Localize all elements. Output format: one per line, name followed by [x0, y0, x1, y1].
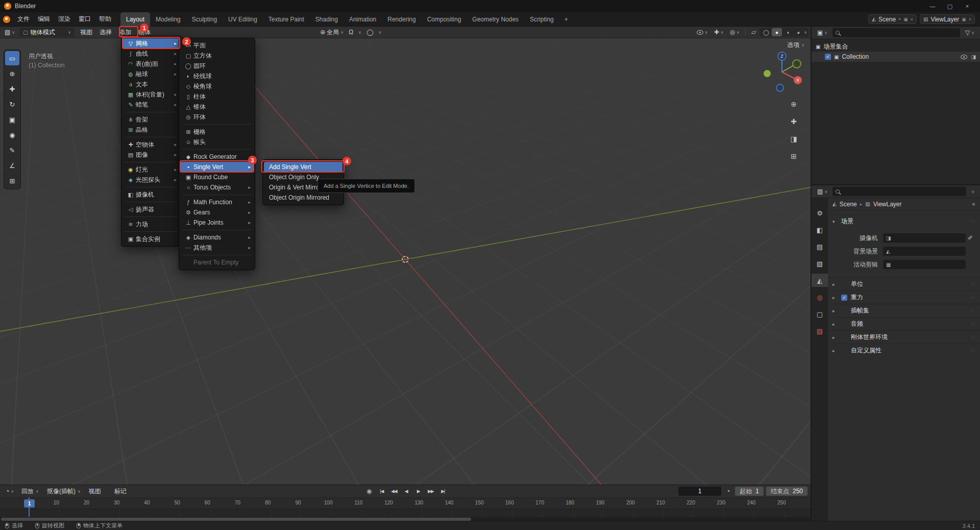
- playback-button[interactable]: ◀◀: [388, 487, 400, 496]
- workspace-tab[interactable]: Shading: [310, 12, 344, 27]
- snap-toggle[interactable]: Ω: [346, 28, 356, 37]
- properties-section-header[interactable]: ▸ ✓ 单位 ∷: [828, 277, 980, 291]
- minimize-button[interactable]: —: [924, 0, 941, 12]
- outliner-filter-button[interactable]: ▽∨: [963, 28, 977, 37]
- scene-selector[interactable]: ◭ Scene ⌖ ▣ ×: [868, 14, 917, 24]
- annotate-tool[interactable]: ✎: [5, 143, 19, 157]
- collection-exclude-checkbox[interactable]: ✓: [825, 54, 831, 60]
- proportional-settings-dropdown[interactable]: ∨: [376, 28, 384, 37]
- menu-item[interactable]: ▤ 图像 ▸: [122, 150, 180, 160]
- unlink-scene-icon[interactable]: ×: [911, 17, 913, 22]
- texture-tab[interactable]: ▨: [812, 324, 828, 338]
- drag-handle-icon[interactable]: ∷: [971, 281, 975, 287]
- orientation-selector[interactable]: ⊕ 全局 ∨: [317, 28, 346, 37]
- timeline-editor-type-button[interactable]: ◔ ∨: [3, 487, 16, 496]
- options-dropdown[interactable]: 选项 ∨: [787, 41, 804, 50]
- timeline-menu[interactable]: 抠像(插帧) ∨: [43, 485, 85, 497]
- scale-tool[interactable]: ▣: [5, 112, 19, 127]
- menu-item[interactable]: ◉ 灯光 ▸: [122, 164, 180, 175]
- gizmos-dropdown[interactable]: ✚∨: [712, 28, 726, 37]
- frame-end-field[interactable]: 结束点 250: [766, 487, 807, 496]
- drag-handle-icon[interactable]: ∷: [971, 219, 975, 224]
- output-tab[interactable]: ▤: [812, 240, 828, 253]
- wireframe-shading-button[interactable]: ◯: [761, 28, 771, 36]
- menu-item[interactable]: ⚙ Gears ▸: [180, 207, 254, 218]
- properties-filter-button[interactable]: ∨: [969, 187, 977, 196]
- property-field[interactable]: ◨: [883, 233, 966, 243]
- scene-tab[interactable]: ◭: [812, 274, 828, 287]
- timeline-menu[interactable]: 标记 ∨: [110, 485, 136, 497]
- playback-button[interactable]: ◀: [400, 487, 412, 496]
- render-tab[interactable]: ◧: [812, 223, 828, 236]
- current-frame-marker[interactable]: 1: [24, 499, 35, 508]
- breadcrumb-viewlayer[interactable]: ViewLayer: [873, 201, 902, 208]
- property-field[interactable]: ▦: [883, 260, 966, 269]
- menu-item[interactable]: ⊞ 晶格 ▸: [122, 125, 180, 135]
- properties-section-header[interactable]: ▸ ✓ 插帧集 ∷: [828, 304, 980, 317]
- properties-section-header[interactable]: ▸ ✓ 音频 ∷: [828, 317, 980, 330]
- menu-item[interactable]: ✎ 蜡笔 ▸: [122, 100, 180, 110]
- menu-item[interactable]: • Single Vert ▸: [180, 162, 254, 172]
- playback-button[interactable]: ▶|: [437, 487, 449, 496]
- menu-item[interactable]: ⋔ 骨架 ▸: [122, 114, 180, 125]
- view-layer-tab[interactable]: ▧: [812, 257, 828, 270]
- workspace-tab[interactable]: Modeling: [150, 12, 186, 27]
- menu-item[interactable]: ◆ Rock Generator ▸: [180, 152, 254, 162]
- viewport-menu[interactable]: 视图: [77, 28, 96, 37]
- menu-item[interactable]: Parent To Empty ▸: [180, 257, 254, 268]
- ortho-grid-icon[interactable]: ⊞: [788, 151, 799, 162]
- outliner-editor-type-button[interactable]: ▣ ∨: [815, 28, 830, 37]
- menu-item[interactable]: ▯ 柱体 ▸: [180, 91, 254, 102]
- menu-item[interactable]: ▣ Round Cube ▸: [180, 172, 254, 182]
- menu-item[interactable]: ◍ 融球 ▸: [122, 69, 180, 79]
- zoom-icon[interactable]: ⊕: [788, 99, 799, 110]
- workspace-tab[interactable]: Texture Paint: [263, 12, 310, 27]
- section-checkbox[interactable]: ✓: [841, 295, 847, 301]
- editor-type-button[interactable]: ▧ ∨: [2, 28, 17, 37]
- drag-handle-icon[interactable]: ∷: [971, 321, 975, 327]
- workspace-tab[interactable]: Animation: [344, 12, 382, 27]
- menu-item[interactable]: ▢ 立方体 ▸: [180, 51, 254, 61]
- menu-item[interactable]: ≋ 力场 ▸: [122, 219, 180, 229]
- menu-item[interactable]: ✚ 空物体 ▸: [122, 139, 180, 150]
- app-menu[interactable]: 渲染: [54, 12, 75, 27]
- xray-toggle[interactable]: ▱: [749, 28, 758, 37]
- property-field[interactable]: ◭: [883, 247, 966, 256]
- menu-item[interactable]: ƒ Math Function ▸: [180, 197, 254, 207]
- move-tool[interactable]: ✚: [5, 82, 19, 96]
- frame-start-field[interactable]: 起始 1: [735, 487, 764, 496]
- menu-item[interactable]: ▣ 集合实例 ▸: [122, 234, 180, 244]
- workspace-tab[interactable]: Geometry Nodes: [467, 12, 524, 27]
- menu-item[interactable]: a 文本 ▸: [122, 79, 180, 89]
- auto-keying-toggle[interactable]: ◉: [363, 487, 375, 496]
- drag-handle-icon[interactable]: ∷: [971, 334, 975, 340]
- hide-in-viewport-eye-icon[interactable]: [961, 55, 967, 59]
- playback-button[interactable]: ▶▶: [425, 487, 436, 496]
- menu-item[interactable]: ◠ 表(曲)面 ▸: [122, 59, 180, 69]
- menu-item[interactable]: ▦ 体积(音量) ▸: [122, 89, 180, 100]
- menu-item[interactable]: ∫ 曲线 ▸: [122, 49, 180, 59]
- navigation-gizmo[interactable]: Z Y X: [761, 51, 803, 93]
- properties-editor-type-button[interactable]: ▧ ∨: [815, 187, 830, 196]
- menu-item[interactable]: ◐ 经线球 ▸: [180, 71, 254, 81]
- properties-search[interactable]: [832, 187, 966, 196]
- app-menu[interactable]: 编辑: [34, 12, 54, 27]
- menu-item[interactable]: △ 锥体 ▸: [180, 102, 254, 112]
- close-button[interactable]: ×: [959, 0, 976, 12]
- menu-item[interactable]: ◇ 棱角球 ▸: [180, 81, 254, 91]
- timeline-ruler[interactable]: 1020304050607080901001101201301401501601…: [0, 497, 811, 509]
- world-tab[interactable]: ◎: [812, 291, 828, 304]
- viewport-menu[interactable]: 选择: [96, 28, 115, 37]
- menu-item[interactable]: ▽ 网格 ▸: [122, 38, 180, 49]
- workspace-tab[interactable]: UV Editing: [223, 12, 263, 27]
- timeline-menu[interactable]: 回放 ∨: [17, 485, 43, 497]
- transform-tool[interactable]: ◉: [5, 128, 19, 142]
- new-scene-icon[interactable]: ▣: [903, 17, 908, 22]
- menu-item[interactable]: ◯ 圆环 ▸: [180, 61, 254, 71]
- menu-item[interactable]: ○ Torus Objects ▸: [180, 182, 254, 192]
- mode-selector[interactable]: ▢ 物体模式 ∨: [19, 28, 75, 37]
- measure-tool[interactable]: ∠: [5, 158, 19, 173]
- menu-item[interactable]: Add Single Vert: [264, 162, 342, 172]
- menu-item[interactable]: ☺ 猴头 ▸: [180, 137, 254, 147]
- new-viewlayer-icon[interactable]: ▣: [962, 17, 966, 22]
